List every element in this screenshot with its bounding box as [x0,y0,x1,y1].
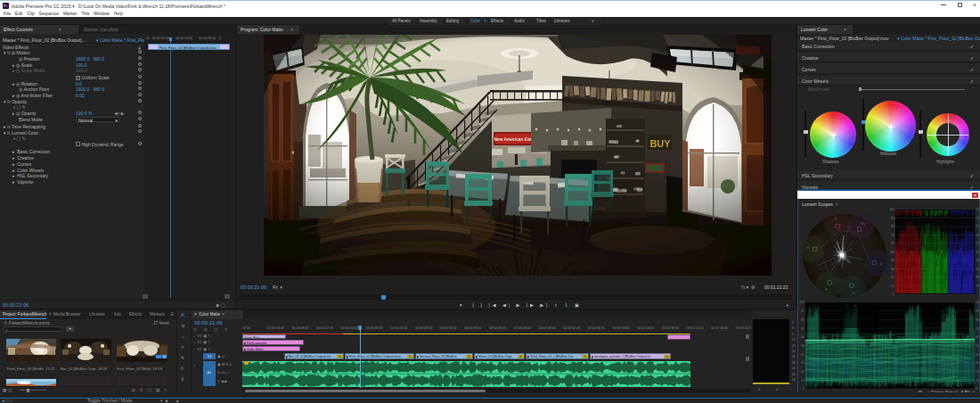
svg-text:100: 100 [799,300,804,304]
svg-text:215: 215 [976,225,980,228]
svg-text:235: 235 [976,217,980,220]
svg-text:0: 0 [976,387,977,391]
svg-text:R: R [835,218,837,221]
svg-text:118: 118 [976,267,980,271]
svg-text:80: 80 [801,318,804,322]
svg-text:70: 70 [976,327,979,331]
svg-text:30: 30 [976,361,979,365]
svg-text:30: 30 [801,361,804,365]
svg-text:10: 10 [801,379,804,382]
svg-text:157: 157 [976,251,980,254]
svg-text:137: 137 [976,259,980,262]
svg-text:80: 80 [891,225,894,228]
svg-text:100: 100 [889,208,894,211]
svg-text:80: 80 [976,318,979,322]
svg-text:50: 50 [976,344,979,348]
svg-text:98: 98 [976,276,979,279]
svg-text:100: 100 [976,300,980,304]
svg-text:70: 70 [801,327,804,331]
svg-text:70: 70 [891,234,894,237]
svg-text:30: 30 [891,267,894,271]
svg-text:255: 255 [976,208,980,211]
svg-text:60: 60 [976,335,979,339]
svg-text:20: 20 [891,276,894,279]
svg-text:40: 40 [801,353,804,357]
svg-text:78: 78 [976,284,979,288]
svg-text:0: 0 [803,387,804,391]
svg-text:G: G [825,288,828,292]
svg-text:Yl: Yl [806,246,809,250]
svg-text:90: 90 [801,309,804,313]
svg-text:50: 50 [801,344,804,348]
svg-text:0: 0 [893,292,894,296]
svg-text:40: 40 [976,353,979,357]
svg-text:60: 60 [801,335,804,339]
svg-text:10: 10 [891,284,894,288]
svg-text:60: 60 [891,242,894,245]
svg-text:50: 50 [891,251,894,254]
svg-text:176: 176 [976,242,980,245]
svg-text:40: 40 [891,259,894,262]
svg-text:90: 90 [891,217,894,220]
svg-text:Mg: Mg [861,222,865,226]
svg-text:90: 90 [976,309,979,313]
svg-text:20: 20 [976,370,979,374]
svg-text:20: 20 [801,370,804,374]
svg-text:196: 196 [976,234,980,237]
svg-text:Cy: Cy [852,292,856,295]
svg-text:10: 10 [976,379,979,382]
